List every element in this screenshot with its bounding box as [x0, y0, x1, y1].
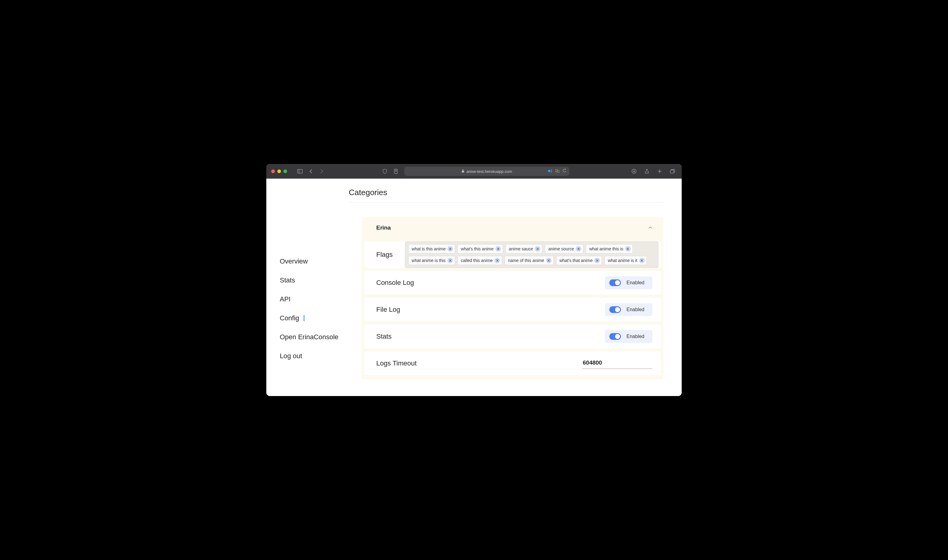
maximize-window-button[interactable]	[283, 169, 287, 173]
tag-label: what anime is this	[412, 258, 446, 263]
svg-marker-6	[548, 169, 550, 172]
chevron-up-icon	[648, 225, 653, 231]
tag-remove-icon[interactable]: ✕	[625, 246, 631, 252]
forward-button[interactable]	[318, 167, 326, 175]
row-label: Logs Timeout	[376, 359, 417, 367]
nav-label: Stats	[280, 276, 295, 284]
nav-config[interactable]: Config	[280, 309, 346, 328]
toggle-state-label: Enabled	[626, 307, 645, 312]
flag-tag: what is this anime✕	[408, 244, 455, 254]
row-stats: Stats Enabled	[364, 325, 661, 348]
toggle-state-label: Enabled	[626, 334, 645, 339]
svg-rect-13	[670, 170, 674, 173]
close-window-button[interactable]	[271, 169, 275, 173]
tag-label: called this anime	[461, 258, 492, 263]
flag-tag: what's that anime✕	[556, 256, 602, 265]
category-panel: Erina Flags what is this anime✕what's th…	[362, 217, 663, 380]
flag-tag: what anime is it✕	[605, 256, 646, 265]
tag-remove-icon[interactable]: ✕	[535, 246, 540, 252]
page-title: Categories	[349, 188, 663, 202]
row-label: Console Log	[376, 279, 414, 287]
traffic-lights	[271, 169, 287, 173]
nav-open-console[interactable]: Open ErinaConsole	[280, 328, 346, 346]
content-area: Overview Stats API Config Open ErinaCons…	[266, 178, 682, 396]
privacy-shield-icon[interactable]	[380, 167, 389, 175]
toggle-state-label: Enabled	[626, 280, 645, 286]
toggle-wrap: Enabled	[605, 303, 653, 316]
sidebar-toggle-icon[interactable]	[295, 167, 304, 175]
flag-tag: what anime is this✕	[408, 256, 455, 265]
flag-tag: called this anime✕	[457, 256, 502, 265]
titlebar: anise-test.herokuapp.com	[266, 164, 682, 178]
tag-label: name of this anime	[508, 258, 544, 263]
lock-icon	[462, 169, 465, 174]
nav-label: Overview	[280, 257, 308, 265]
tag-label: what's that anime	[560, 258, 593, 263]
row-label: File Log	[376, 306, 400, 314]
main-content: Categories Erina Flags what is this anim…	[346, 178, 682, 396]
url-text: anise-test.herokuapp.com	[466, 169, 512, 174]
nav-label: Open ErinaConsole	[280, 333, 339, 341]
row-file-log: File Log Enabled	[364, 298, 661, 322]
back-button[interactable]	[307, 167, 315, 175]
flag-tag: what anime this is✕	[586, 244, 633, 254]
sidebar: Overview Stats API Config Open ErinaCons…	[266, 178, 346, 396]
new-tab-icon[interactable]	[656, 167, 664, 175]
flag-tag: anime sauce✕	[505, 244, 542, 254]
tags-input-container[interactable]: what is this anime✕what's this anime✕ani…	[405, 242, 659, 268]
tag-remove-icon[interactable]: ✕	[594, 258, 600, 263]
nav-overview[interactable]: Overview	[280, 252, 346, 271]
tag-remove-icon[interactable]: ✕	[576, 246, 581, 252]
tag-remove-icon[interactable]: ✕	[448, 246, 453, 252]
tabs-overview-icon[interactable]	[668, 167, 677, 175]
toggle-wrap: Enabled	[605, 330, 653, 343]
tag-label: what anime this is	[589, 246, 623, 251]
row-label: Stats	[376, 332, 391, 340]
url-bar[interactable]: anise-test.herokuapp.com	[404, 167, 569, 176]
tag-remove-icon[interactable]: ✕	[639, 258, 645, 263]
flag-tag: name of this anime✕	[505, 256, 553, 265]
panel-header[interactable]: Erina	[362, 217, 663, 238]
stats-toggle[interactable]	[609, 333, 621, 340]
tag-label: anime sauce	[509, 246, 533, 251]
tag-remove-icon[interactable]: ✕	[494, 258, 500, 263]
tag-label: what's this anime	[461, 246, 494, 251]
downloads-icon[interactable]	[630, 167, 638, 175]
svg-rect-0	[297, 169, 302, 173]
panel-title: Erina	[376, 225, 391, 231]
logs-timeout-input[interactable]	[582, 358, 653, 369]
tag-label: what anime is it	[608, 258, 637, 263]
toggle-wrap: Enabled	[605, 276, 653, 289]
tag-remove-icon[interactable]: ✕	[546, 258, 552, 263]
row-label: Flags	[376, 251, 405, 258]
flag-tag: what's this anime✕	[457, 244, 503, 254]
minimize-window-button[interactable]	[277, 169, 281, 173]
nav-label: API	[280, 295, 291, 303]
nav-label: Config	[280, 314, 299, 322]
flag-tag: anime source✕	[545, 244, 583, 254]
svg-rect-5	[462, 171, 464, 172]
file-log-toggle[interactable]	[609, 306, 621, 313]
nav-label: Log out	[280, 352, 302, 360]
nav-api[interactable]: API	[280, 290, 346, 309]
row-logs-timeout: Logs Timeout	[364, 351, 661, 375]
tag-label: what is this anime	[412, 246, 446, 251]
tag-remove-icon[interactable]: ✕	[496, 246, 501, 252]
row-console-log: Console Log Enabled	[364, 271, 661, 295]
tag-label: anime source	[548, 246, 574, 251]
site-settings-icon[interactable]	[391, 167, 400, 175]
speaker-icon[interactable]	[548, 169, 552, 174]
nav-stats[interactable]: Stats	[280, 271, 346, 290]
row-flags: Flags what is this anime✕what's this ani…	[364, 242, 661, 268]
browser-window: anise-test.herokuapp.com	[266, 164, 682, 396]
share-icon[interactable]	[643, 167, 651, 175]
nav-logout[interactable]: Log out	[280, 346, 346, 366]
reload-icon[interactable]	[563, 169, 566, 174]
translate-icon[interactable]	[555, 169, 560, 174]
tag-remove-icon[interactable]: ✕	[448, 258, 453, 263]
console-log-toggle[interactable]	[609, 279, 621, 286]
